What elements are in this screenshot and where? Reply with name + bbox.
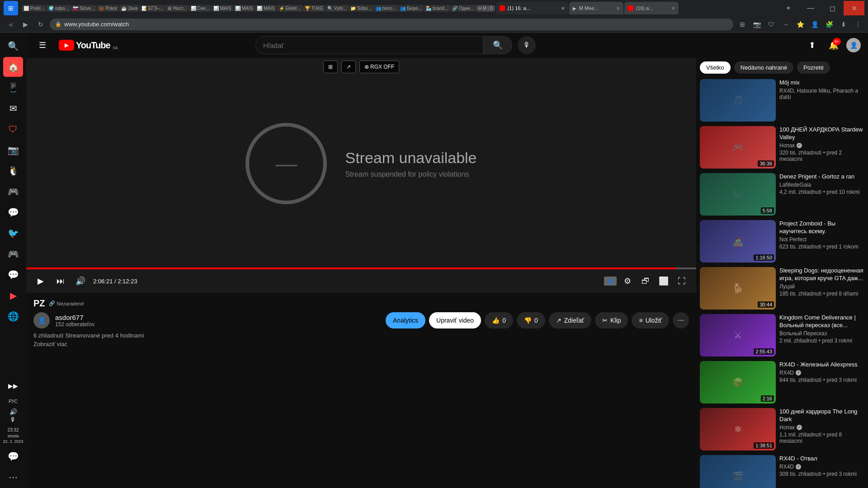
win-camera-icon[interactable]: 📷 bbox=[3, 140, 23, 160]
pinned-tab[interactable]: 🔍 Vyhl... bbox=[326, 5, 348, 12]
pinned-tab[interactable]: 👥 bioro... bbox=[374, 5, 398, 12]
win-tux-icon[interactable]: 🐧 bbox=[3, 161, 23, 181]
reload-btn[interactable]: ↻ bbox=[34, 18, 47, 31]
windows-start-btn[interactable]: ⊞ bbox=[4, 1, 18, 15]
settings-btn[interactable]: ⚙ bbox=[620, 274, 635, 288]
volume-btn[interactable]: 🔊 bbox=[73, 274, 88, 288]
forward-btn[interactable]: ▶ bbox=[19, 18, 32, 31]
download-icon[interactable]: ⬇ bbox=[837, 18, 850, 31]
win-discord-icon[interactable]: 💬 bbox=[3, 265, 23, 285]
win-steam-icon[interactable]: 🎮 bbox=[3, 244, 23, 264]
browser-tab[interactable]: ▶ М Мне... ✕ bbox=[569, 2, 623, 14]
tab-close-btn[interactable]: ✕ bbox=[671, 6, 675, 11]
yt-search-input[interactable] bbox=[263, 42, 476, 49]
sidebar-video-item[interactable]: 🎬 RX4D - Отвал RX4D✓ 309 tis. zhliadnutí… bbox=[700, 455, 864, 488]
sidebar-video-item[interactable]: ⚔ 2:55:43 Kingdom Come Deliverance | Вол… bbox=[700, 314, 864, 357]
win-mail-icon[interactable]: ✉ bbox=[3, 99, 23, 118]
rgx-btn[interactable]: ⊕ RGX OFF bbox=[359, 61, 400, 73]
play-btn[interactable]: ▶ bbox=[33, 274, 48, 288]
yt-search-btn[interactable]: 🔍 bbox=[483, 36, 512, 54]
pinned-tab[interactable]: ✉ М | B bbox=[476, 5, 495, 12]
sidebar-video-item[interactable]: 🎶 5:58 Denez Prigent - Gortoz a ran Lafi… bbox=[700, 173, 864, 216]
pinned-tab[interactable]: 🌍 odpo... bbox=[47, 5, 71, 12]
win-chat-icon[interactable]: 💬 bbox=[3, 446, 23, 466]
extension-icon[interactable]: 🧩 bbox=[823, 18, 835, 31]
bookmark-icon[interactable]: ⭐ bbox=[794, 18, 807, 31]
save-btn[interactable]: ≡ Uložiť bbox=[632, 312, 669, 328]
pinned-tab[interactable]: 🇸🇰 Slove... bbox=[71, 5, 96, 12]
tab-close-btn[interactable]: ✕ bbox=[561, 6, 565, 11]
filter-tab[interactable]: Nedávno nahrané bbox=[734, 61, 793, 74]
sidebar-video-item[interactable]: 🧟 1:16:50 Project Zomboid - Вы научитесь… bbox=[700, 220, 864, 263]
back-btn[interactable]: ◀ bbox=[4, 18, 16, 31]
channel-name[interactable]: asdor677 bbox=[55, 314, 94, 321]
pinned-tab[interactable]: 💼 Práce bbox=[97, 5, 119, 12]
pinned-tab[interactable]: 🏆 TUKE bbox=[303, 5, 325, 12]
channel-avatar[interactable]: 👤 bbox=[33, 312, 50, 328]
like-btn[interactable]: 👍 0 bbox=[485, 312, 513, 328]
close-btn[interactable]: ✕ bbox=[844, 1, 864, 15]
pinned-tab[interactable]: ☕ Java bbox=[119, 5, 139, 12]
pinned-tab[interactable]: 📊 MAIS bbox=[212, 5, 233, 12]
filter-tab[interactable]: Všetko bbox=[700, 61, 731, 74]
fullscreen-btn[interactable]: ⛶ bbox=[675, 274, 689, 288]
minimize-btn[interactable]: — bbox=[800, 1, 821, 15]
theater-btn[interactable]: ⬜ bbox=[656, 274, 671, 288]
yt-voice-btn[interactable]: 🎙 bbox=[518, 36, 536, 54]
yt-notification-btn[interactable]: 🔔 9+ bbox=[825, 36, 843, 54]
forward-icon[interactable]: → bbox=[779, 18, 792, 31]
win-expand-icon[interactable]: ▶▶ bbox=[3, 376, 23, 396]
sidebar-video-item[interactable]: 🎵 Môj mix RX4D, Hatsune Miku, Pharaoh a … bbox=[700, 79, 864, 122]
video-progress-bar[interactable] bbox=[26, 267, 696, 269]
pinned-tab[interactable]: ⬜ Prekl... bbox=[22, 5, 46, 12]
dislike-btn[interactable]: 👎 0 bbox=[517, 312, 545, 328]
show-more-btn[interactable]: Zobraziť viac bbox=[33, 341, 689, 347]
win-search-icon[interactable]: 🔍 bbox=[3, 36, 23, 56]
yt-avatar[interactable]: 👤 bbox=[846, 38, 861, 52]
tab-close-btn[interactable]: ✕ bbox=[616, 6, 620, 11]
clip-btn[interactable]: ✂ Klip bbox=[595, 312, 628, 328]
win-yt-icon[interactable]: ▶ bbox=[3, 286, 23, 305]
filter-tab[interactable]: Pozreté bbox=[797, 61, 830, 74]
sidebar-video-item[interactable]: 🎮 36:36 100 ДНЕЙ ХАРДКОРА Stardew Valley… bbox=[700, 126, 864, 169]
miniplayer-btn[interactable]: 🗗 bbox=[638, 274, 653, 288]
win-twitter-icon[interactable]: 🐦 bbox=[3, 223, 23, 243]
edit-video-btn[interactable]: Upraviť video bbox=[429, 312, 481, 328]
new-tab-btn[interactable]: + bbox=[782, 2, 795, 14]
win-shield-icon[interactable]: 🛡 bbox=[3, 119, 23, 139]
win-audio2-icon[interactable]: 🎙 bbox=[10, 416, 16, 423]
yt-logo[interactable]: YouTube SK bbox=[59, 40, 118, 51]
win-apps-icon[interactable]: 📱 bbox=[3, 78, 23, 98]
yt-menu-btn[interactable]: ☰ bbox=[33, 36, 52, 54]
maximize-btn[interactable]: ◻ bbox=[822, 1, 843, 15]
share-btn[interactable]: ↗ Zdieľať bbox=[549, 312, 591, 328]
sidebar-video-item[interactable]: 🐕 30:44 Sleeping Dogs: недооцененная игр… bbox=[700, 267, 864, 310]
sidebar-video-item[interactable]: 📦 2:16 RX4D - Железный Aliexpress RX4D✓ … bbox=[700, 361, 864, 404]
win-home-icon[interactable]: 🏠 bbox=[3, 57, 23, 77]
sidebar-video-item[interactable]: ❄ 1:38:51 100 дней хардкора The Long Dar… bbox=[700, 408, 864, 450]
active-browser-tab[interactable]: (1) 16: a... ✕ bbox=[496, 2, 568, 14]
pinned-tab[interactable]: 📊 MAIS bbox=[233, 5, 255, 12]
cast-icon[interactable]: ⊞ bbox=[736, 18, 749, 31]
expand-btn[interactable]: ↗ bbox=[341, 61, 356, 73]
pinned-tab[interactable]: 👥 Бюро... bbox=[398, 5, 424, 12]
win-telegram-icon[interactable]: 💬 bbox=[3, 202, 23, 222]
browser-tab[interactable]: (16) а... ✕ bbox=[624, 2, 679, 14]
pinned-tab[interactable]: 📊 Сне... bbox=[189, 5, 211, 12]
pinned-tab[interactable]: 🖥 Ноcт... bbox=[165, 5, 188, 12]
screenshot-icon[interactable]: 📷 bbox=[750, 18, 763, 31]
browser-menu-icon[interactable]: ⋮ bbox=[852, 18, 864, 31]
pinned-tab[interactable]: 📝 ЕГЭ–... bbox=[140, 5, 165, 12]
adblock-icon[interactable]: 🛡 bbox=[765, 18, 778, 31]
pinned-tab[interactable]: 🔗 Одни... bbox=[450, 5, 476, 12]
more-btn[interactable]: ⋯ bbox=[673, 312, 689, 328]
pinned-tab[interactable]: 🏪 brand... bbox=[424, 5, 450, 12]
pinned-tab[interactable]: 📊 MAIS bbox=[255, 5, 276, 12]
yt-upload-btn[interactable]: ⬆ bbox=[803, 36, 821, 54]
pinned-tab[interactable]: 📁 Súbo... bbox=[349, 5, 373, 12]
win-epic-icon[interactable]: 🎮 bbox=[3, 182, 23, 202]
next-btn[interactable]: ⏭ bbox=[53, 274, 68, 288]
analytics-btn[interactable]: Analytics bbox=[386, 312, 425, 328]
pinned-tab[interactable]: ⚡ Elektr... bbox=[277, 5, 302, 12]
win-sphere-icon[interactable]: 🌐 bbox=[3, 306, 23, 326]
